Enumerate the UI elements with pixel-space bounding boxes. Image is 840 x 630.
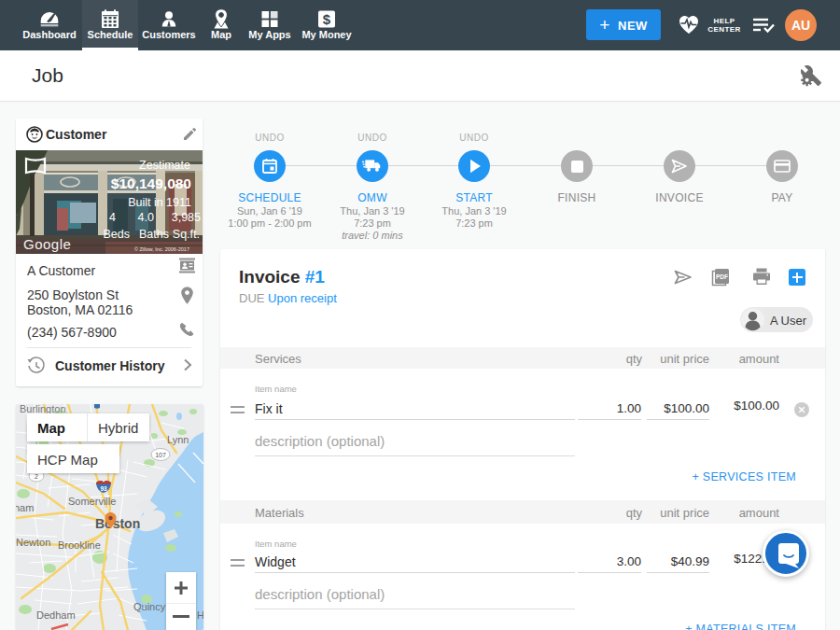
svg-text:© Zillow, Inc. 2006-2017: © Zillow, Inc. 2006-2017 — [134, 246, 189, 252]
svg-text:3,985: 3,985 — [172, 211, 201, 224]
svg-text:$: $ — [323, 11, 331, 27]
svg-text:4: 4 — [109, 211, 116, 224]
svg-text:Newton: Newton — [16, 537, 50, 548]
svg-text:93: 93 — [100, 485, 107, 492]
svg-text:PDF: PDF — [716, 273, 728, 280]
svg-text:Hi: Hi — [197, 609, 203, 621]
svg-text:Dedham: Dedham — [36, 609, 76, 621]
svg-text:Brookline: Brookline — [58, 539, 101, 551]
svg-text:Zestimate: Zestimate — [139, 159, 190, 172]
svg-text:Beds: Beds — [104, 228, 131, 241]
svg-text:Google: Google — [23, 236, 71, 252]
svg-text:4.0: 4.0 — [138, 211, 154, 224]
svg-text:Lynn: Lynn — [167, 434, 189, 445]
svg-text:Built in 1911: Built in 1911 — [128, 196, 191, 209]
svg-text:Sq.ft.: Sq.ft. — [173, 228, 200, 241]
svg-text:Boston: Boston — [95, 516, 140, 531]
svg-text:$10,149,080: $10,149,080 — [111, 175, 191, 191]
svg-text:107: 107 — [155, 452, 166, 458]
svg-text:2: 2 — [35, 473, 38, 480]
svg-text:Somerville: Somerville — [68, 496, 116, 507]
svg-text:Quincy: Quincy — [133, 601, 166, 612]
svg-text:ham: ham — [16, 502, 34, 513]
svg-text:Baths: Baths — [139, 228, 169, 241]
